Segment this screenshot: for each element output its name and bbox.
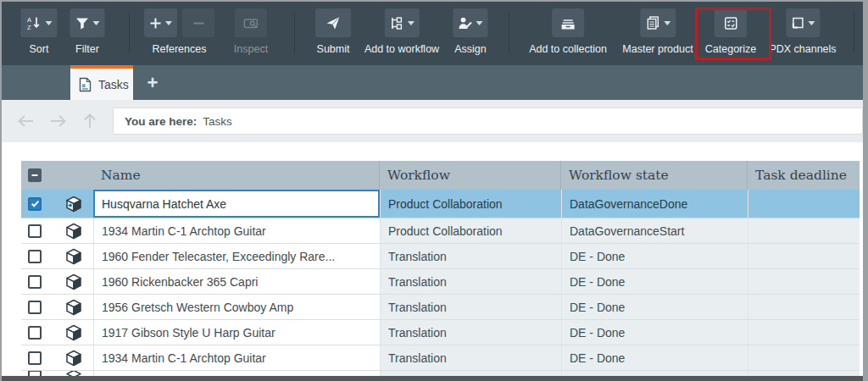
row-name-cell[interactable]: 1956 Gretsch Western Cowboy Amp — [93, 295, 380, 319]
row-name-cell[interactable]: 1934 Martin C-1 Archtop Guitar — [93, 218, 380, 243]
filter-button[interactable] — [70, 8, 105, 37]
chevron-down-icon — [165, 21, 172, 25]
forward-arrow-icon[interactable] — [45, 100, 70, 142]
breadcrumb-location: Tasks — [203, 115, 232, 128]
chevron-down-icon — [46, 21, 53, 25]
row-workflow-cell: Translation — [380, 244, 561, 268]
filter-funnel-icon — [75, 16, 90, 30]
master-product-button[interactable] — [640, 8, 676, 37]
row-name-cell[interactable]: Husqvarna Hatchet Axe — [93, 190, 380, 218]
back-arrow-icon[interactable] — [14, 100, 39, 142]
row-checkbox[interactable] — [28, 250, 42, 263]
assign-button[interactable] — [453, 8, 488, 37]
product-cube-icon — [65, 299, 82, 316]
assign-person-icon — [459, 16, 473, 30]
sort-button[interactable]: A Z — [21, 8, 58, 37]
column-header-name[interactable]: Name — [93, 161, 380, 190]
row-workflow-state-cell: DE - Done — [561, 320, 748, 345]
add-to-workflow-tool[interactable]: Add to workflow — [364, 8, 439, 55]
table-row[interactable]: 1960 Fender Telecaster, Exceedingly Rare… — [21, 244, 860, 269]
pdx-channels-tool[interactable]: PDX channels — [769, 8, 836, 55]
add-to-workflow-button[interactable] — [384, 8, 419, 37]
submit-tool[interactable]: Submit — [315, 8, 351, 55]
breadcrumb[interactable]: You are here: Tasks — [113, 108, 863, 135]
row-checkbox[interactable] — [28, 197, 42, 211]
table-row[interactable]: 1934 Martin C-1 Archtop Guitar Translati… — [21, 345, 860, 371]
inspect-button[interactable] — [235, 8, 267, 37]
product-cube-arrow-icon — [65, 196, 82, 213]
master-product-tool[interactable]: Master product — [622, 8, 693, 55]
toolbar: A Z Sort Filter — [2, 2, 863, 65]
table-row[interactable]: 1960 Rickenbacker 365 Capri Translation … — [21, 269, 860, 295]
column-header-workflow-state[interactable]: Workflow state — [561, 161, 748, 190]
table-row[interactable]: 1917 Gibson Style U Harp Guitar Translat… — [21, 320, 860, 345]
row-workflow-state-cell: DataGovernanceStart — [561, 218, 748, 243]
pdx-channels-button[interactable] — [786, 8, 820, 37]
column-header-task-deadline[interactable]: Task deadline — [748, 161, 860, 190]
svg-text:A: A — [27, 16, 31, 24]
row-name-cell[interactable]: 1960 Rickenbacker 365 Capri — [93, 269, 380, 294]
row-checkbox[interactable] — [28, 351, 42, 365]
sort-label: Sort — [30, 43, 49, 55]
row-workflow-cell: Product Collaboration — [380, 218, 561, 243]
row-task-deadline-cell — [748, 269, 860, 294]
tab-bar: Tasks + — [2, 65, 863, 100]
sort-tool[interactable]: A Z Sort — [21, 8, 58, 55]
row-task-deadline-cell — [748, 190, 860, 218]
inspect-label: Inspect — [234, 43, 268, 55]
check-icon — [31, 199, 40, 208]
row-checkbox[interactable] — [28, 275, 42, 289]
table-row[interactable]: Husqvarna Hatchet Axe Product Collaborat… — [21, 190, 860, 218]
row-task-deadline-cell — [748, 295, 860, 319]
tab-tasks[interactable]: Tasks — [70, 65, 133, 100]
remove-reference-button[interactable] — [182, 8, 214, 37]
paper-plane-icon — [326, 15, 341, 30]
assign-tool[interactable]: Assign — [453, 8, 488, 55]
tasks-table: Name Workflow Workflow state Task deadli… — [21, 161, 860, 376]
row-checkbox[interactable] — [28, 224, 42, 238]
table-row[interactable]: 1934 Martin C-1 Archtop Guitar Product C… — [21, 218, 860, 244]
new-tab-button[interactable]: + — [140, 65, 165, 100]
categorize-button[interactable] — [715, 8, 747, 37]
submit-button[interactable] — [315, 8, 351, 37]
row-workflow-cell: Translation — [380, 320, 561, 345]
row-name-cell[interactable]: 1917 Gibson Style U Harp Guitar — [93, 320, 380, 345]
add-to-collection-label: Add to collection — [529, 43, 607, 55]
row-workflow-cell: Product Collaboration — [380, 190, 561, 218]
minus-icon — [192, 17, 205, 30]
product-cube-icon — [65, 248, 82, 265]
row-workflow-state-cell: DataGovernanceDone — [561, 190, 748, 218]
up-arrow-icon[interactable] — [77, 100, 103, 142]
task-document-icon — [79, 77, 92, 92]
inspect-tool[interactable]: Inspect — [234, 8, 268, 55]
filter-tool[interactable]: Filter — [70, 8, 105, 55]
row-name-cell[interactable]: 1960 Fender Telecaster, Exceedingly Rare… — [93, 244, 380, 268]
row-task-deadline-cell — [748, 320, 860, 345]
window-frame-left — [0, 0, 2, 381]
indeterminate-icon — [31, 171, 39, 179]
row-workflow-state-cell: DE - Done — [561, 345, 748, 370]
window-frame-right — [863, 0, 868, 381]
workflow-branch-icon — [389, 16, 403, 30]
channel-square-icon — [791, 16, 804, 30]
pdx-channels-label: PDX channels — [769, 43, 836, 55]
window-bottom-edge — [0, 376, 868, 381]
row-task-deadline-cell — [748, 345, 860, 370]
product-cube-icon — [65, 273, 82, 290]
add-to-workflow-label: Add to workflow — [364, 43, 439, 55]
add-reference-button[interactable] — [144, 8, 177, 37]
row-checkbox[interactable] — [28, 326, 42, 340]
column-header-workflow[interactable]: Workflow — [380, 161, 561, 190]
row-workflow-state-cell: DE - Done — [561, 269, 748, 294]
table-row[interactable]: 1956 Gretsch Western Cowboy Amp Translat… — [21, 295, 860, 320]
row-name-cell[interactable]: 1934 Martin C-1 Archtop Guitar — [93, 345, 380, 370]
add-to-collection-tool[interactable]: Add to collection — [529, 8, 607, 55]
select-all-checkbox[interactable] — [28, 168, 42, 182]
row-checkbox[interactable] — [28, 301, 42, 314]
categorize-tool[interactable]: Categorize — [705, 8, 756, 55]
toolbar-separator — [509, 13, 509, 53]
row-task-deadline-cell — [748, 244, 860, 268]
filter-label: Filter — [75, 43, 99, 55]
collection-box-icon — [560, 16, 576, 30]
add-to-collection-button[interactable] — [552, 8, 584, 37]
